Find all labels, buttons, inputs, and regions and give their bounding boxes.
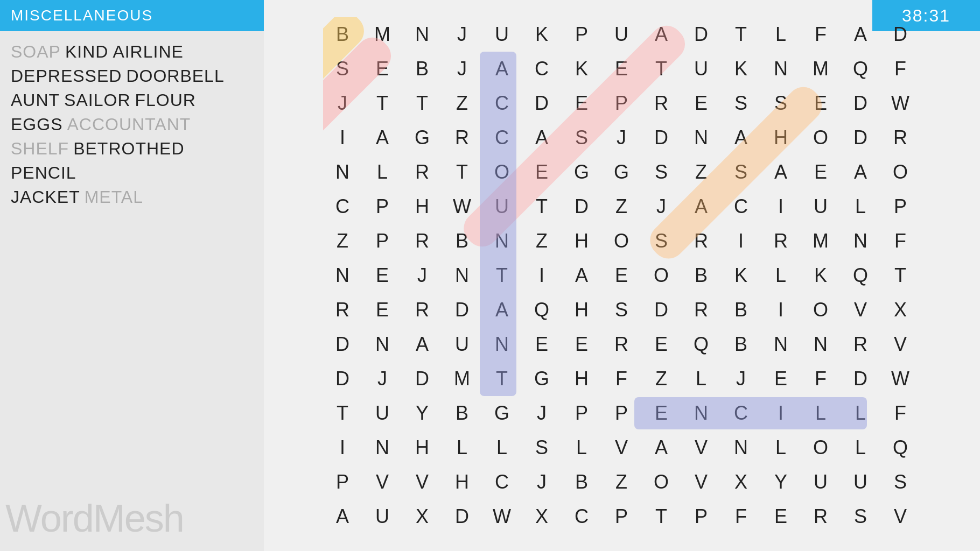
cell-2-14: W	[881, 86, 920, 121]
cell-1-13: Q	[841, 52, 880, 86]
cell-13-13: U	[841, 465, 880, 499]
cell-11-11: I	[761, 396, 800, 430]
cell-14-11: E	[761, 499, 800, 534]
cell-5-9: A	[682, 189, 720, 224]
word-flour: FLOUR	[135, 90, 195, 110]
cell-4-4: O	[482, 155, 521, 189]
cell-14-4: W	[482, 499, 521, 534]
cell-8-7: S	[602, 293, 641, 327]
cell-10-5: G	[522, 362, 561, 396]
cell-11-0: T	[323, 396, 362, 430]
cell-4-5: E	[522, 155, 561, 189]
cell-6-6: H	[562, 224, 601, 258]
cell-5-5: T	[522, 189, 561, 224]
cell-3-8: D	[642, 121, 681, 155]
cell-12-13: L	[841, 430, 880, 465]
cell-5-12: U	[801, 189, 840, 224]
cell-8-3: D	[443, 293, 481, 327]
cell-10-10: J	[722, 362, 760, 396]
cell-13-7: Z	[602, 465, 641, 499]
cell-2-6: E	[562, 86, 601, 121]
cell-0-12: F	[801, 17, 840, 52]
cell-9-4: N	[482, 327, 521, 362]
cell-10-12: F	[801, 362, 840, 396]
word-row-5: SHELF BETROTHED PENCIL	[11, 139, 253, 183]
cell-6-14: F	[881, 224, 920, 258]
grid-container: BMNJUKPUADTLFADSEBJACKETUKNMQFJTTZCDEPRE…	[264, 0, 980, 551]
cell-7-14: T	[881, 258, 920, 293]
cell-12-7: V	[602, 430, 641, 465]
cell-8-14: X	[881, 293, 920, 327]
word-row-3: AUNT SAILOR FLOUR	[11, 90, 253, 110]
cell-3-14: R	[881, 121, 920, 155]
cell-1-12: M	[801, 52, 840, 86]
word-row-6: JACKET METAL	[11, 187, 253, 207]
cell-3-6: S	[562, 121, 601, 155]
cell-12-0: I	[323, 430, 362, 465]
cell-5-2: H	[403, 189, 442, 224]
cell-0-2: N	[403, 17, 442, 52]
cell-4-9: Z	[682, 155, 720, 189]
cell-9-13: R	[841, 327, 880, 362]
cell-6-3: B	[443, 224, 481, 258]
cell-4-6: G	[562, 155, 601, 189]
cell-11-9: N	[682, 396, 720, 430]
cell-2-12: E	[801, 86, 840, 121]
cell-10-0: D	[323, 362, 362, 396]
cell-8-12: O	[801, 293, 840, 327]
cell-12-10: N	[722, 430, 760, 465]
cell-13-9: V	[682, 465, 720, 499]
category-header: MISCELLANEOUS	[0, 0, 264, 31]
cell-13-3: H	[443, 465, 481, 499]
cell-3-5: A	[522, 121, 561, 155]
cell-2-4: C	[482, 86, 521, 121]
cell-6-7: O	[602, 224, 641, 258]
cell-1-3: J	[443, 52, 481, 86]
cell-8-13: V	[841, 293, 880, 327]
cell-2-5: D	[522, 86, 561, 121]
cell-7-5: I	[522, 258, 561, 293]
left-panel: MISCELLANEOUS SOAP KIND AIRLINE DEPRESSE…	[0, 0, 264, 551]
cell-13-12: U	[801, 465, 840, 499]
cell-3-10: A	[722, 121, 760, 155]
word-depressed: DEPRESSED	[11, 66, 122, 86]
word-pencil: PENCIL	[11, 163, 76, 183]
cell-3-2: G	[403, 121, 442, 155]
cell-3-13: D	[841, 121, 880, 155]
cell-9-0: D	[323, 327, 362, 362]
cell-0-4: U	[482, 17, 521, 52]
cell-13-11: Y	[761, 465, 800, 499]
cell-0-1: M	[363, 17, 402, 52]
cell-4-10: S	[722, 155, 760, 189]
cell-1-10: K	[722, 52, 760, 86]
word-metal: METAL	[85, 187, 143, 207]
cell-9-11: N	[761, 327, 800, 362]
cell-7-3: N	[443, 258, 481, 293]
cell-4-1: L	[363, 155, 402, 189]
word-jacket: JACKET	[11, 187, 80, 207]
cell-7-6: A	[562, 258, 601, 293]
cell-9-2: A	[403, 327, 442, 362]
cell-10-2: D	[403, 362, 442, 396]
cell-4-7: G	[602, 155, 641, 189]
cell-5-8: J	[642, 189, 681, 224]
cell-1-1: E	[363, 52, 402, 86]
cell-8-2: R	[403, 293, 442, 327]
cell-9-6: E	[562, 327, 601, 362]
cell-8-10: B	[722, 293, 760, 327]
cell-12-5: S	[522, 430, 561, 465]
grid-wrapper: BMNJUKPUADTLFADSEBJACKETUKNMQFJTTZCDEPRE…	[323, 17, 921, 534]
cell-13-10: X	[722, 465, 760, 499]
cell-0-13: A	[841, 17, 880, 52]
cell-13-4: C	[482, 465, 521, 499]
cell-14-14: V	[881, 499, 920, 534]
cell-9-3: U	[443, 327, 481, 362]
cell-8-8: D	[642, 293, 681, 327]
cell-10-13: D	[841, 362, 880, 396]
cell-4-12: E	[801, 155, 840, 189]
cell-4-2: R	[403, 155, 442, 189]
cell-2-1: T	[363, 86, 402, 121]
letter-grid: BMNJUKPUADTLFADSEBJACKETUKNMQFJTTZCDEPRE…	[323, 17, 921, 534]
cell-12-9: V	[682, 430, 720, 465]
cell-10-1: J	[363, 362, 402, 396]
